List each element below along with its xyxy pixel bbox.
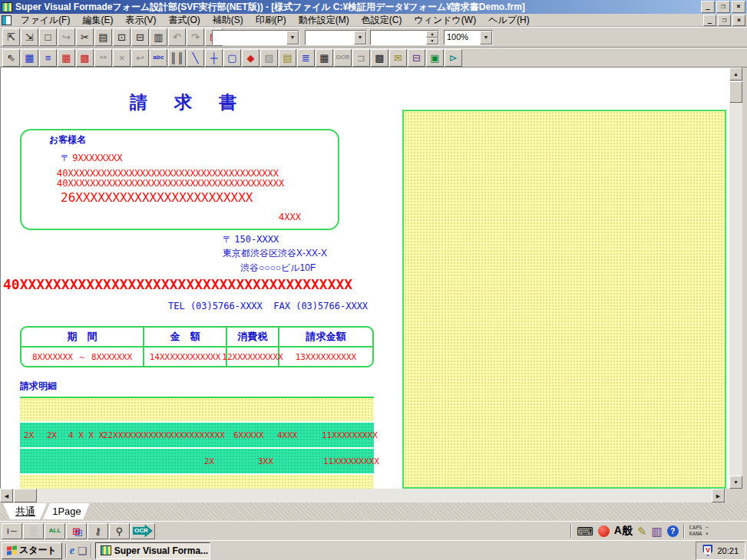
toolbar-button-new-form[interactable]: □ — [39, 28, 57, 46]
status-button-zoom-tool[interactable]: ⚲ — [109, 523, 130, 539]
chevron-down-icon[interactable]: ▼ — [480, 31, 492, 44]
tool-button-mail[interactable]: ✉ — [389, 49, 407, 67]
customer-address-line1[interactable]: 40XXXXXXXXXXXXXXXXXXXXXXXXXXXXXXXXXXXXXX — [57, 168, 279, 179]
zoom-combo[interactable]: 100% ▼ — [444, 30, 493, 45]
vertical-scrollbar[interactable]: ▲ ▼ — [729, 68, 742, 489]
company-name-field[interactable]: 40XXXXXXXXXXXXXXXXXXXXXXXXXXXXXXXXXXXXXX… — [3, 276, 352, 292]
tool-button-x-field-2[interactable]: × — [113, 49, 131, 67]
font-combo[interactable]: ▼ — [305, 30, 367, 45]
mdi-minimize-button[interactable]: _ — [703, 15, 716, 26]
toolbar-button-paste[interactable]: ⊡ — [113, 28, 131, 46]
size-spinner[interactable]: ▲▼ — [370, 30, 439, 45]
toolbar-button-undo[interactable]: ↶ — [168, 28, 186, 46]
tool-button-text-tool[interactable]: abc — [150, 49, 167, 67]
customer-address-line2[interactable]: 40XXXXXXXXXXXXXXXXXXXXXXXXXXXXXXXXXXXXXX… — [57, 178, 284, 189]
company-postal[interactable]: 〒 150-XXXX — [223, 233, 279, 246]
menu-behavior[interactable]: 動作設定(M) — [293, 13, 355, 28]
mdi-close-button[interactable]: × — [732, 15, 745, 26]
toolbar-button-redo[interactable]: ↷ — [187, 28, 204, 46]
toolbar-button-open-form[interactable]: ⇱ — [2, 28, 20, 46]
status-button-show-all[interactable]: ALL — [45, 523, 65, 539]
page-background-area[interactable] — [402, 110, 726, 489]
tool-button-scanner[interactable]: ⊳ — [445, 49, 462, 67]
antivirus-shield-icon[interactable]: V — [702, 545, 712, 556]
status-button-palette[interactable]: ⊞ — [66, 523, 87, 539]
customer-postal[interactable]: 〒 9XXXXXXXX — [61, 152, 122, 165]
scroll-right-icon[interactable]: ▶ — [712, 489, 725, 502]
spin-down-icon[interactable]: ▼ — [426, 38, 438, 44]
minimize-button[interactable]: _ — [701, 1, 715, 13]
tool-button-exit-field[interactable]: ⊐ — [352, 49, 370, 67]
menu-print[interactable]: 印刷(P) — [250, 13, 293, 28]
company-address-line1[interactable]: 東京都渋谷区渋谷X-XX-X — [223, 247, 327, 260]
ime-pen-icon[interactable] — [598, 525, 610, 537]
tool-button-fixed-field[interactable]: ▦ — [58, 49, 75, 67]
menu-assist[interactable]: 補助(S) — [207, 13, 250, 28]
menu-view[interactable]: 表示(V) — [119, 13, 162, 28]
horizontal-scroll-thumb[interactable] — [14, 489, 37, 502]
close-button[interactable]: × — [732, 1, 745, 13]
summary-table[interactable]: 期 間 金 額 消費税 請求金額 8XXXXXXX ～ 8XXXXXXX 14X… — [20, 326, 374, 367]
show-desktop-icon[interactable]: ❏ — [78, 545, 88, 557]
customer-name-field[interactable]: 26XXXXXXXXXXXXXXXXXXXXXXXX — [61, 190, 253, 205]
ocr-check-button[interactable]: OCR — [131, 523, 155, 539]
clock[interactable]: 20:21 — [717, 546, 739, 555]
horizontal-scrollbar[interactable]: ◀ ▶ — [0, 489, 726, 502]
menu-color[interactable]: 色設定(C) — [355, 13, 408, 28]
company-tel-fax[interactable]: TEL (03)5766-XXXX FAX (03)5766-XXXX — [168, 301, 368, 311]
invoice-title[interactable]: 請 求 書 — [130, 91, 241, 114]
tool-button-cross-line[interactable]: ┼ — [205, 49, 223, 67]
browser-icon[interactable]: e — [70, 545, 74, 557]
tool-button-x-field[interactable]: ×× — [94, 49, 112, 67]
tool-button-align[interactable]: ≣ — [297, 49, 315, 67]
status-button-grid-dots[interactable]: ░ — [23, 523, 44, 539]
task-button[interactable]: Super Visual Forma... — [95, 542, 210, 559]
toolbar-button-save-form[interactable]: ⇲ — [21, 28, 38, 46]
ime-toolbox-icon[interactable]: ▥ — [652, 525, 663, 537]
toolbar-button-copy[interactable]: ▤ — [94, 28, 112, 46]
spin-up-icon[interactable]: ▲ — [426, 31, 438, 38]
tool-button-picture[interactable]: ▣ — [426, 49, 444, 67]
menu-format[interactable]: 書式(O) — [162, 13, 206, 28]
ime-mode-indicator[interactable]: A般 — [614, 524, 633, 538]
scroll-left-icon[interactable]: ◀ — [0, 489, 13, 502]
tool-button-link-field[interactable]: ↩ — [131, 49, 149, 67]
field-combo[interactable]: ▼ — [212, 30, 299, 45]
status-button-key[interactable]: ⚷ — [88, 523, 108, 539]
tool-button-grid-field[interactable]: ▩ — [76, 49, 94, 67]
menu-window[interactable]: ウィンドウ(W) — [408, 13, 482, 28]
mdi-restore-button[interactable]: ❐ — [718, 15, 731, 26]
status-button-line-segments[interactable]: | — — [2, 523, 22, 539]
tool-button-line-tool[interactable]: ╲ — [187, 49, 204, 67]
tool-button-fill-color[interactable]: ◆ — [242, 49, 259, 67]
tool-button-print-image[interactable]: ⊟ — [408, 49, 425, 67]
toolbar-button-print[interactable]: ⊟ — [131, 28, 149, 46]
menu-edit[interactable]: 編集(E) — [76, 13, 119, 28]
tool-button-field-style[interactable]: ▤ — [279, 49, 296, 67]
menu-help[interactable]: ヘルプ(H) — [482, 13, 536, 28]
help-icon[interactable]: ? — [667, 525, 679, 537]
tool-button-select-tool[interactable]: ⇖ — [2, 49, 20, 67]
tab-common[interactable]: 共通 — [3, 503, 48, 519]
menu-file[interactable]: ファイル(F) — [15, 13, 76, 28]
tool-button-field[interactable]: ▦ — [21, 49, 38, 67]
chevron-down-icon[interactable]: ▼ — [354, 31, 366, 44]
customer-name-label[interactable]: お客様名 — [49, 133, 86, 147]
tool-button-ocr-field[interactable]: OCR — [334, 49, 352, 67]
detail-section-label[interactable]: 請求明細 — [20, 380, 57, 393]
toolbar-button-repeat[interactable]: ↪ — [58, 28, 75, 46]
tool-button-qr-code[interactable]: ▩ — [371, 49, 388, 67]
chevron-down-icon[interactable]: ▼ — [286, 31, 299, 44]
ime-tools-icon[interactable]: ✎ — [637, 525, 647, 537]
start-button[interactable]: スタート — [2, 542, 62, 559]
detail-table[interactable]: 2X 2X 4 X X X 22XXXXXXXXXXXXXXXXXXXXXX 6… — [20, 397, 374, 489]
scroll-down-icon[interactable]: ▼ — [729, 476, 742, 489]
company-address-line2[interactable]: 渋谷○○○○ビル10F — [240, 262, 316, 275]
tool-button-rect-tool[interactable]: ▢ — [223, 49, 241, 67]
toolbar-button-cut[interactable]: ✂ — [76, 28, 94, 46]
tab-page1[interactable]: 1Page — [43, 503, 91, 519]
keyboard-icon[interactable]: ⌨ — [577, 525, 593, 537]
document-icon[interactable] — [2, 15, 12, 25]
tool-button-barcode[interactable]: ║║ — [168, 49, 186, 67]
tool-button-list-field[interactable]: ≡ — [39, 49, 57, 67]
